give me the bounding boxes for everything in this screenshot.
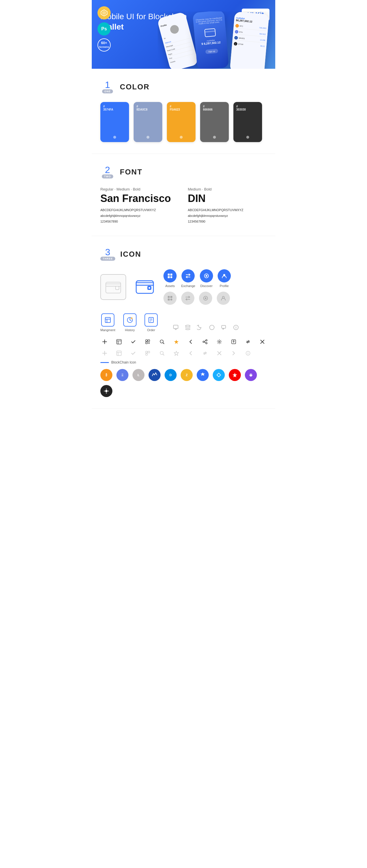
dash-icon: D: [165, 369, 177, 381]
swatch-gray: #666666: [200, 102, 229, 142]
svg-rect-21: [168, 296, 170, 298]
font-din-meta: Medium · Bold: [188, 187, 266, 191]
icon-section-header: 3 THREE ICON: [101, 248, 266, 261]
svg-rect-56: [148, 343, 149, 344]
svg-point-19: [205, 275, 207, 277]
icon-section-number: 3 THREE: [101, 248, 115, 261]
discover-icon-gray: [199, 291, 212, 305]
qr-icon-muted: [143, 349, 152, 358]
search-icon: [158, 337, 166, 346]
svg-point-86: [248, 352, 248, 353]
svg-rect-22: [170, 296, 172, 298]
swatch-blue: #3574FA: [101, 102, 129, 142]
star-icon: [172, 337, 181, 346]
font-sf-uppercase: ABCDEFGHIJKLMNOPQRSTUVWXYZ: [101, 208, 179, 213]
hero-phones: Profile AI Mainnet Message Raid Code Nig…: [158, 11, 275, 69]
list-icon-muted: [115, 349, 123, 358]
tab-icon-history: History: [123, 313, 137, 332]
screens-badge: 60+Screens: [97, 38, 111, 52]
svg-rect-57: [149, 343, 150, 344]
svg-rect-51: [146, 340, 147, 341]
svg-rect-53: [146, 342, 147, 344]
svg-line-80: [163, 354, 164, 355]
hero-section: Mobile UI for Blockchain Wallet UI Kit P…: [92, 0, 275, 69]
svg-rect-28: [105, 317, 110, 322]
color-section: 1 ONE COLOR #3574FA #8DA0C8 #F5A623 #666…: [92, 69, 275, 154]
swatch-grayblue: #8DA0C8: [134, 102, 162, 142]
font-din-uppercase: ABCDEFGHIJKLMNOPQRSTUVWXYZ: [188, 208, 266, 213]
svg-point-45: [236, 326, 236, 327]
phone-mockup-2: Character may be manifested in the great…: [192, 11, 229, 69]
assets-icon: [163, 269, 177, 282]
icon-construction-row: Assets Exchange Discover: [101, 269, 266, 305]
svg-rect-55: [149, 342, 150, 343]
svg-rect-54: [148, 342, 149, 343]
svg-point-41: [209, 325, 214, 330]
plus-icon-muted: [101, 349, 109, 358]
nav-icons-group: Assets Exchange Discover: [163, 269, 231, 305]
phone-screen-1: Profile AI Mainnet Message Raid Code Nig…: [158, 11, 199, 69]
ark-icon: [229, 369, 241, 381]
svg-line-59: [163, 343, 164, 344]
ps-badge: Ps: [97, 22, 111, 35]
svg-rect-39: [173, 325, 178, 329]
arrows-icon-muted: [201, 349, 209, 358]
swatch-dark: #303030: [233, 102, 262, 142]
crypto-icons-row: ₿ Ξ Ł D Z: [101, 369, 266, 397]
upload-icon: [229, 337, 238, 346]
order-icon: [144, 313, 158, 327]
blockchain-line-decor: [101, 362, 109, 363]
exchange-icon-label: Exchange: [181, 284, 195, 288]
discover-icon-label: Discover: [200, 284, 213, 288]
moon-icon: [196, 323, 204, 332]
svg-line-65: [204, 342, 206, 343]
phone-screen-2: Character may be manifested in the great…: [192, 11, 229, 69]
nav-icon-discover: Discover: [200, 269, 213, 288]
svg-rect-23: [168, 299, 170, 301]
svg-point-24: [170, 299, 172, 301]
svg-rect-3: [205, 31, 215, 33]
management-label: Mangment: [101, 328, 115, 332]
font-sf-name: San Francisco: [101, 192, 179, 205]
svg-point-89: [105, 390, 108, 392]
svg-marker-60: [174, 340, 179, 344]
swap-icon: [244, 337, 252, 346]
x-icon-muted: [215, 349, 224, 358]
swatch-orange: #F5A623: [167, 102, 196, 142]
chevron-left-icon: [186, 337, 195, 346]
color-section-number: 1 ONE: [101, 80, 115, 93]
svg-rect-78: [146, 353, 147, 355]
nav-icons-row-1: Assets Exchange Discover: [163, 269, 231, 288]
waves-icon: [148, 369, 161, 381]
nav-icon-assets: Assets: [163, 269, 177, 288]
svg-point-91: [106, 393, 107, 394]
discover-icon: [200, 269, 213, 282]
info-icon-muted: [244, 349, 252, 358]
grid-icon: [197, 369, 209, 381]
exchange-icon: [181, 269, 195, 282]
font-din-numbers: 1234567890: [188, 219, 266, 225]
svg-point-17: [170, 276, 172, 278]
phone-mockup-3: myWallet $6,297,502.12 ₿ BTC 738.2003 Ξ …: [230, 11, 269, 69]
nav-icon-profile: Profile: [218, 269, 231, 288]
nav-icon-exchange: Exchange: [181, 269, 195, 288]
svg-point-92: [104, 391, 105, 392]
svg-point-40: [186, 325, 190, 327]
svg-point-61: [206, 340, 207, 341]
svg-point-26: [205, 297, 206, 299]
tab-icons-row: Mangment History Order: [101, 313, 266, 332]
arrow-right-icon-muted: [229, 349, 238, 358]
font-grid: Regular · Medium · Bold San Francisco AB…: [101, 187, 266, 224]
tab-icon-management: Mangment: [101, 313, 115, 332]
utility-icons-muted: [101, 349, 266, 358]
font-sf: Regular · Medium · Bold San Francisco AB…: [101, 187, 179, 224]
color-section-header: 1 ONE COLOR: [101, 80, 266, 93]
nav-icons-row-2: [163, 291, 231, 305]
chevron-left-icon-muted: [186, 349, 195, 358]
litecoin-icon: Ł: [133, 369, 144, 381]
plus-icon: [101, 337, 109, 346]
font-sf-meta: Regular · Medium · Bold: [101, 187, 179, 191]
icon-section-title: ICON: [120, 250, 141, 259]
svg-rect-77: [148, 351, 150, 353]
svg-rect-76: [146, 351, 147, 353]
